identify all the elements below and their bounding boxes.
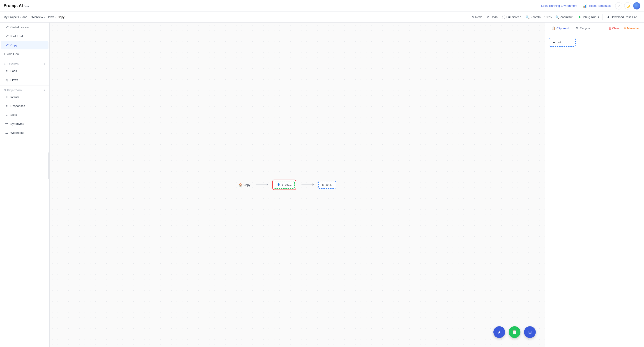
synonyms-icon: ⇌ — [4, 122, 8, 126]
copy-fab[interactable]: 📋 — [509, 326, 520, 338]
env-link[interactable]: Local Running Environment — [541, 4, 577, 8]
right-panel: 📋 Clipboard ♻ Recycle 🗑 Clear ⊖ Minimize… — [545, 23, 644, 347]
sidebar-item-slots[interactable]: ≡ Slots — [1, 111, 48, 119]
fab-container: ★ 📋 ⊞ — [493, 326, 536, 338]
clear-button[interactable]: 🗑 Clear — [606, 26, 621, 31]
zoomin-button[interactable]: 🔍 ZoomIn — [523, 14, 543, 20]
flow-start-label: 🏠 Copy — [238, 183, 250, 187]
avatar[interactable] — [633, 2, 640, 10]
slots-icon: ≡ — [4, 113, 8, 117]
dark-mode-button[interactable]: 🌙 — [624, 2, 631, 10]
fullscreen-button[interactable]: ⛶ Full Screen — [500, 14, 524, 20]
breadcrumb-flows[interactable]: Flows — [46, 15, 54, 19]
download-button[interactable]: ⬇ Download Rasa File — [604, 14, 640, 20]
app-beta: Beta — [24, 5, 29, 8]
webhooks-icon: ☁ — [4, 131, 8, 135]
redo-icon: ↻ — [472, 15, 474, 19]
flow-node-blue[interactable]: ▶ got it. — [318, 181, 336, 189]
sidebar-item-synonyms[interactable]: ⇌ Synonyms — [1, 119, 48, 128]
divider-1 — [0, 59, 50, 59]
zoomout-icon: 🔍 — [556, 15, 559, 19]
minimize-icon: ⊖ — [624, 27, 626, 30]
redo-undo-icon: ⎇ — [4, 34, 8, 38]
breadcrumb-doc[interactable]: doc — [22, 15, 27, 19]
home-icon: 🏠 — [238, 183, 242, 187]
scroll-indicator — [48, 152, 50, 179]
divider-2 — [0, 85, 50, 86]
fullscreen-icon: ⛶ — [502, 15, 505, 19]
breadcrumb: My Projects / doc / Overview / Flows / C… — [4, 15, 64, 19]
undo-icon: ↺ — [487, 15, 490, 19]
flows-icon: ◁ — [4, 78, 8, 82]
clipboard-item-icon: ▶ — [553, 41, 555, 44]
breadcrumb-bar: My Projects / doc / Overview / Flows / C… — [0, 12, 644, 23]
clear-icon: 🗑 — [608, 27, 611, 30]
panel-content: ▶ got ... — [545, 34, 644, 347]
intents-icon: ≡ — [4, 95, 8, 99]
templates-link[interactable]: 📊 Project Templates — [583, 4, 611, 8]
clipboard-item[interactable]: ▶ got ... — [548, 38, 576, 47]
flow-node-green[interactable]: 👤 ▶ got ... — [274, 181, 295, 189]
plus-icon: + — [4, 52, 6, 56]
star-fab[interactable]: ★ — [493, 326, 505, 338]
help-button[interactable]: ? — [615, 2, 622, 10]
star-icon: ☆ — [4, 63, 6, 66]
chevron-down-icon: ▼ — [598, 16, 600, 18]
sidebar-item-responses[interactable]: ≡ Responses — [1, 102, 48, 110]
sidebar: ⎇ Global respon... ⎇ RedoUndo ⎇ Copy + A… — [0, 23, 50, 347]
sidebar-item-faqs[interactable]: ≡ Faqs — [1, 67, 48, 75]
layout-fab[interactable]: ⊞ — [524, 326, 536, 338]
play-icon-2: ▶ — [322, 183, 324, 186]
panel-tabs: 📋 Clipboard ♻ Recycle 🗑 Clear ⊖ Minimize — [545, 23, 644, 34]
sidebar-item-webhooks[interactable]: ☁ Webhooks — [1, 128, 48, 137]
global-responses-icon: ⎇ — [4, 25, 8, 29]
sidebar-item-intents[interactable]: ≡ Intents — [1, 93, 48, 101]
sidebar-item-copy[interactable]: ⎇ Copy — [1, 41, 48, 49]
main-content: ⎇ Global respon... ⎇ RedoUndo ⎇ Copy + A… — [0, 23, 644, 347]
breadcrumb-my-projects[interactable]: My Projects — [4, 15, 19, 19]
faqs-icon: ≡ — [4, 69, 8, 73]
debug-run-button[interactable]: Debug Run ▼ — [576, 14, 603, 20]
flow-node-red[interactable]: 👤 ▶ got ... — [272, 180, 296, 190]
zoomin-icon: 🔍 — [526, 15, 530, 19]
undo-button[interactable]: ↺ Undo — [484, 14, 500, 20]
project-view-section: ⊡ Project View ∧ — [0, 86, 50, 93]
sidebar-item-global-responses[interactable]: ⎇ Global respon... — [1, 23, 48, 31]
user-icon: 👤 — [277, 183, 280, 186]
zoom-level: 100% — [543, 15, 553, 19]
project-view-icon: ⊡ — [4, 89, 6, 92]
collapse-favorites-icon[interactable]: ∧ — [44, 63, 46, 66]
app-title: Prompt AI — [4, 4, 23, 8]
recycle-tab-icon: ♻ — [576, 27, 578, 30]
debug-dot — [578, 16, 580, 18]
responses-icon: ≡ — [4, 104, 8, 108]
minimize-button[interactable]: ⊖ Minimize — [622, 26, 640, 31]
redo-button[interactable]: ↻ Redo — [469, 14, 484, 20]
copy-icon: ⎇ — [4, 43, 8, 47]
top-nav: Prompt AI Beta Local Running Environment… — [0, 0, 644, 12]
add-flow-button[interactable]: + Add Flow — [0, 50, 50, 58]
download-icon: ⬇ — [607, 15, 610, 19]
flow-diagram: 🏠 Copy 👤 ▶ got ... — [238, 180, 336, 190]
tab-recycle[interactable]: ♻ Recycle — [573, 25, 593, 32]
clipboard-tab-icon: 📋 — [551, 27, 555, 30]
favorites-section: ☆ Favorites ∧ — [0, 60, 50, 67]
sidebar-item-redo-undo[interactable]: ⎇ RedoUndo — [1, 32, 48, 40]
zoomout-button[interactable]: 🔍 ZoomOut — [553, 14, 575, 20]
sidebar-item-flows[interactable]: ◁ Flows — [1, 76, 48, 84]
canvas-area[interactable]: 🏠 Copy 👤 ▶ got ... — [50, 23, 545, 347]
play-icon: ▶ — [282, 183, 284, 186]
collapse-project-view-icon[interactable]: ∧ — [44, 89, 46, 92]
breadcrumb-overview[interactable]: Overview — [31, 15, 43, 19]
tab-clipboard[interactable]: 📋 Clipboard — [548, 25, 572, 32]
bar-chart-icon: 📊 — [583, 4, 586, 8]
breadcrumb-copy: Copy — [58, 15, 64, 19]
